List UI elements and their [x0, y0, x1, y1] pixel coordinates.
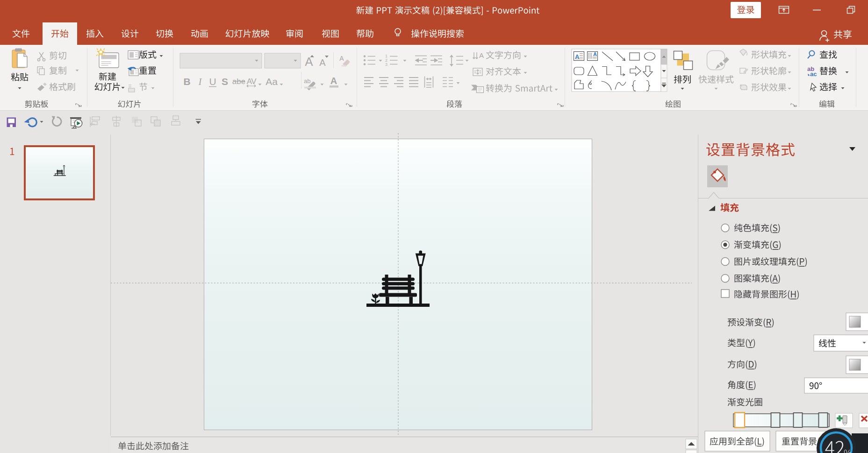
svg-text:A: A [593, 51, 597, 57]
svg-text:A: A [479, 51, 484, 59]
svg-text:ac: ac [810, 71, 817, 78]
svg-text:A: A [575, 53, 580, 60]
svg-text:U: U [209, 76, 216, 87]
svg-text:3: 3 [385, 62, 387, 67]
svg-text:B: B [183, 76, 190, 87]
svg-text:Aa: Aa [265, 76, 278, 87]
svg-text:AV: AV [247, 77, 257, 86]
svg-text:A: A [339, 55, 344, 62]
svg-text:ab: ab [304, 78, 310, 85]
svg-text:I: I [198, 76, 202, 87]
svg-text:A: A [330, 76, 337, 86]
svg-text:A: A [319, 57, 326, 68]
svg-text:S: S [222, 76, 228, 87]
